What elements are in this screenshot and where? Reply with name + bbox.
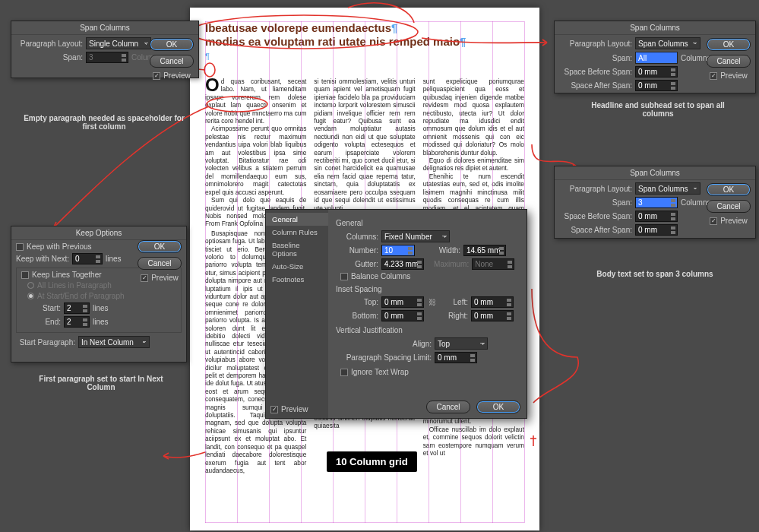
preview-checkbox[interactable]: Preview [153,71,191,80]
ok-button[interactable]: OK [707,183,751,196]
span-select[interactable]: All [635,52,678,64]
caption-2: First paragraph set to start In Next Col… [29,375,173,391]
span-columns-panel-2[interactable]: Span Columns Paragraph Layout:Span Colum… [554,21,756,93]
cancel-button[interactable]: Cancel [138,257,182,270]
max-input: None [472,258,514,270]
cancel-button[interactable]: Cancel [707,200,751,213]
paragraph-layout-select[interactable]: Span Columns [635,182,700,195]
caption-1: Empty paragraph needed as spaceholder fo… [17,114,191,131]
preview-checkbox[interactable]: Preview [141,274,179,282]
preview-checkbox[interactable]: Preview [710,217,748,225]
ok-button[interactable]: OK [150,38,194,51]
span-label: Span: [16,53,83,62]
options-tab-list[interactable]: General Column Rules Baseline Options Au… [266,210,328,418]
space-after-input[interactable]: 0 mm [635,80,678,91]
para-spacing-input: 0 mm [435,352,477,363]
annotation-label: 10 Column grid [327,451,417,472]
ignore-wrap-checkbox[interactable]: Ignore Text Wrap [340,368,409,376]
balance-columns-checkbox[interactable]: Balance Columns [340,272,410,280]
cancel-button[interactable]: Cancel [150,55,194,68]
inset-bottom-input[interactable]: 0 mm [381,310,424,321]
link-icon[interactable]: ⛓ [427,298,438,306]
tab-general[interactable]: General [266,213,328,226]
ok-button[interactable]: OK [707,38,751,51]
keep-options-panel[interactable]: Keep Options Keep with Previous Keep wit… [11,226,187,363]
columns-type-select[interactable]: Fixed Number [381,230,450,242]
inset-left-input[interactable]: 0 mm [471,296,514,308]
caption-4: Body text set to span 3 columns [590,270,719,278]
caption-3: Headline and subhead set to span all col… [578,101,738,118]
column-number-input[interactable]: 10 [381,245,415,256]
preview-checkbox[interactable]: Preview [710,71,748,80]
cancel-button[interactable]: Cancel [426,401,470,413]
tab-autosize[interactable]: Auto-Size [266,260,328,273]
panel-title: Span Columns [11,21,198,35]
column-width-input[interactable]: 14.65 mm [463,245,506,256]
keep-previous-checkbox[interactable]: Keep with Previous [16,242,92,251]
ok-button[interactable]: OK [138,240,182,253]
panel-title: Span Columns [555,21,755,35]
section-heading: General [336,219,519,227]
span-columns-panel-3[interactable]: Span Columns Paragraph Layout:Span Colum… [554,166,756,239]
inset-right-input[interactable]: 0 mm [471,310,514,321]
keep-next-input[interactable]: 0 [72,253,103,264]
space-before-input[interactable]: 0 mm [635,66,678,78]
panel-title: Keep Options [11,226,186,240]
tab-footnotes[interactable]: Footnotes [266,273,328,286]
preview-checkbox[interactable]: Preview [270,405,308,413]
tab-column-rules[interactable]: Column Rules [266,226,328,239]
space-before-input[interactable]: 0 mm [635,211,678,222]
inset-top-input[interactable]: 0 mm [381,296,424,308]
paragraph-layout-label: Paragraph Layout: [16,40,83,48]
span-value: 3 [86,52,128,63]
panel-title: Span Columns [555,166,755,180]
space-after-input[interactable]: 0 mm [635,224,678,236]
align-select[interactable]: Top [435,337,488,350]
start-paragraph-select[interactable]: In Next Column [78,336,150,348]
paragraph-layout-select[interactable]: Single Column [86,37,151,49]
text-frame-options-dialog[interactable]: General Column Rules Baseline Options Au… [265,209,527,419]
tab-baseline[interactable]: Baseline Options [266,239,328,260]
gutter-input[interactable]: 4.233 mm [381,258,424,270]
span-columns-panel-1[interactable]: Span Columns Paragraph Layout: Single Co… [11,21,199,78]
cancel-button[interactable]: Cancel [707,55,751,68]
span-input[interactable]: 3 [635,197,678,208]
ok-button[interactable]: OK [476,401,520,413]
paragraph-layout-select[interactable]: Span Columns [635,37,700,49]
